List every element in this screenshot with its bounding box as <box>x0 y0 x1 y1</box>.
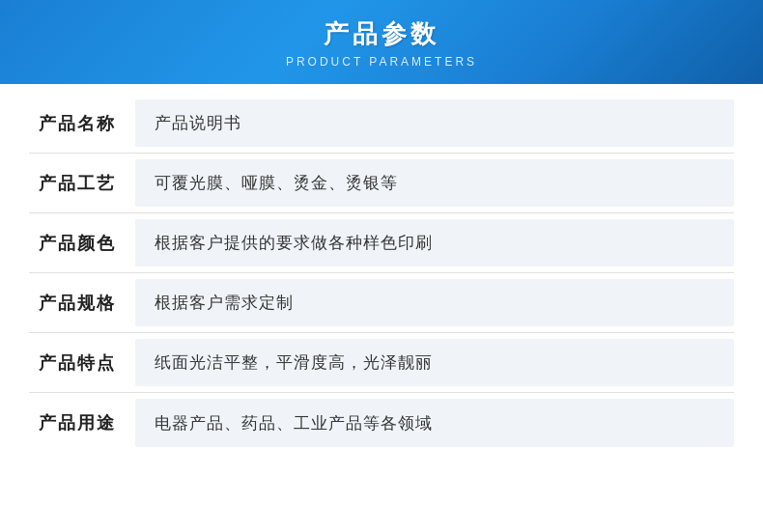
header-title-en: PRODUCT PARAMETERS <box>0 55 763 69</box>
table-row: 产品颜色根据客户提供的要求做各种样色印刷 <box>29 213 734 273</box>
param-label-1: 产品工艺 <box>29 154 135 212</box>
table-row: 产品特点纸面光洁平整，平滑度高，光泽靓丽 <box>29 333 734 393</box>
param-label-4: 产品特点 <box>29 333 135 392</box>
table-row: 产品规格根据客户需求定制 <box>29 273 734 333</box>
param-value-1: 可覆光膜、哑膜、烫金、烫银等 <box>135 159 734 207</box>
header-section: 产品参数 PRODUCT PARAMETERS <box>0 0 763 84</box>
param-label-2: 产品颜色 <box>29 213 135 272</box>
param-value-2: 根据客户提供的要求做各种样色印刷 <box>135 219 734 266</box>
param-value-0: 产品说明书 <box>135 99 734 147</box>
param-label-3: 产品规格 <box>29 273 135 332</box>
param-label-0: 产品名称 <box>29 94 135 153</box>
param-value-4: 纸面光洁平整，平滑度高，光泽靓丽 <box>135 339 734 386</box>
table-row: 产品名称产品说明书 <box>29 94 734 154</box>
table-row: 产品用途电器产品、药品、工业产品等各领域 <box>29 393 734 453</box>
content-section: 产品名称产品说明书产品工艺可覆光膜、哑膜、烫金、烫银等产品颜色根据客户提供的要求… <box>0 84 763 532</box>
param-label-5: 产品用途 <box>29 393 135 453</box>
page-wrapper: 产品参数 PRODUCT PARAMETERS 产品名称产品说明书产品工艺可覆光… <box>0 0 763 532</box>
param-value-3: 根据客户需求定制 <box>135 279 734 326</box>
header-title-zh: 产品参数 <box>0 17 763 51</box>
param-value-5: 电器产品、药品、工业产品等各领域 <box>135 399 734 447</box>
table-row: 产品工艺可覆光膜、哑膜、烫金、烫银等 <box>29 154 734 213</box>
